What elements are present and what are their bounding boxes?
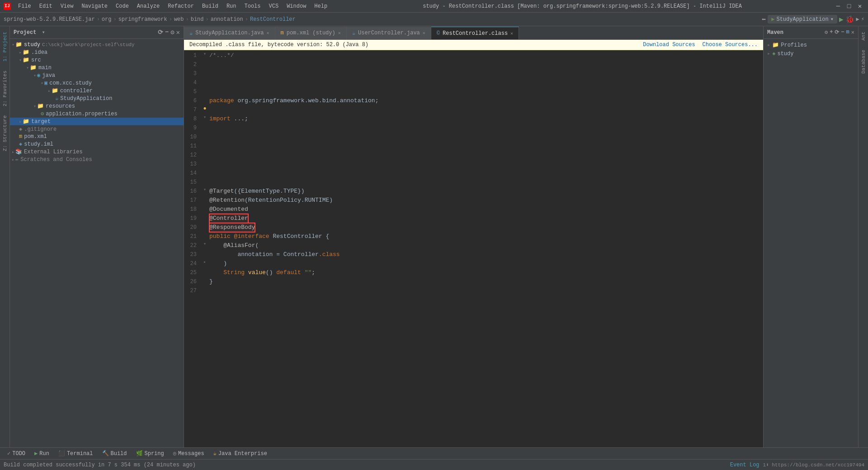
maximize-button[interactable]: □ — [844, 3, 854, 10]
tree-item-appprops[interactable]: ⚙ application.properties — [10, 110, 184, 118]
tree-item-main[interactable]: ▾ 📁 main — [10, 64, 184, 71]
maven-profiles-item[interactable]: ▸ 📁 Profiles — [764, 41, 858, 49]
breadcrumb-bind[interactable]: bind — [191, 16, 204, 23]
breadcrumb-web[interactable]: web — [174, 16, 184, 23]
menu-file[interactable]: File — [14, 2, 35, 10]
code-line-22: 22 ▾ @AliasFor( — [184, 241, 763, 250]
toolbar-run[interactable]: ▶ Run — [31, 449, 53, 458]
project-tab[interactable]: 1: Project — [1, 28, 9, 65]
tab-pomxml[interactable]: m pom.xml (study) ✕ — [275, 27, 347, 39]
tree-item-scratches[interactable]: ▸ ✏ Scratches and Consoles — [10, 156, 184, 163]
coverage-button[interactable]: ▶ — [856, 16, 859, 23]
maven-hide-icon[interactable]: ✕ — [851, 29, 854, 36]
sidebar-dropdown-icon[interactable]: ▾ — [42, 29, 45, 36]
settings-icon[interactable]: ⚙ — [170, 28, 174, 36]
breadcrumb-jar[interactable]: spring-web-5.2.9.RELEASE.jar — [4, 16, 95, 23]
toolbar-build[interactable]: 🔨 Build — [99, 449, 131, 458]
tab-usercontroller[interactable]: ☕ UserController.java ✕ — [347, 27, 431, 39]
tree-item-target[interactable]: ▸ 📁 target — [10, 118, 184, 125]
tree-item-resources[interactable]: ▾ 📁 resources — [10, 102, 184, 110]
maven-m-icon[interactable]: m — [846, 29, 849, 36]
menu-run[interactable]: Run — [223, 2, 240, 10]
toolbar-messages[interactable]: ◎ Messages — [170, 449, 208, 458]
hide-icon[interactable]: ✕ — [176, 28, 180, 36]
maven-title: Maven — [767, 29, 783, 36]
maven-study-item[interactable]: ▸ ◈ study — [764, 49, 858, 58]
debug-button[interactable]: 🐞 — [845, 15, 854, 24]
code-line-24: 24 ▸ ) — [184, 259, 763, 268]
toolbar-terminal[interactable]: ⬛ Terminal — [55, 449, 97, 458]
tab-close-button[interactable]: ✕ — [338, 30, 341, 36]
menu-refactor[interactable]: Refactor — [164, 2, 198, 10]
toolbar-todo[interactable]: ✓ TODO — [4, 449, 29, 458]
maven-refresh-icon[interactable]: ⟳ — [835, 29, 839, 36]
menu-analyze[interactable]: Analyze — [133, 2, 163, 10]
tab-restcontroller[interactable]: © RestController.class ✕ — [431, 27, 519, 39]
menu-view[interactable]: View — [57, 2, 77, 10]
maven-collapse-icon[interactable]: − — [841, 29, 844, 36]
code-line-1: 1 ▾ /*...*/ — [184, 51, 763, 60]
download-sources-link[interactable]: Download Sources — [643, 42, 695, 48]
maven-add-icon[interactable]: + — [830, 29, 833, 36]
run-config[interactable]: ▶ StudyApplication ▾ — [768, 15, 837, 24]
tree-item-java[interactable]: ▾ ◉ java — [10, 71, 184, 79]
menu-tools[interactable]: Tools — [241, 2, 264, 10]
run-config-dropdown-icon[interactable]: ▾ — [830, 16, 834, 23]
favorites-tab[interactable]: 2: Favorites — [1, 67, 9, 110]
notice-links: Download Sources Choose Sources... — [643, 42, 758, 48]
code-line-14: 14 — [184, 169, 763, 178]
tree-item-package[interactable]: ▾ ▣ com.xcc.study — [10, 79, 184, 87]
profile-button[interactable]: ⚡ — [861, 16, 864, 23]
menu-vcs[interactable]: VCS — [265, 2, 283, 10]
menu-code[interactable]: Code — [112, 2, 132, 10]
javaenterprise-icon: ☕ — [213, 450, 217, 457]
tree-item-controller[interactable]: ▸ 📁 controller — [10, 87, 184, 95]
choose-sources-link[interactable]: Choose Sources... — [703, 42, 758, 48]
code-line-2: 2 — [184, 60, 763, 69]
breadcrumb-org[interactable]: org — [102, 16, 112, 23]
breadcrumb-annotation[interactable]: annotation — [211, 16, 243, 23]
tree-item-studyapp[interactable]: ☕ StudyApplication — [10, 95, 184, 102]
tab-close-button[interactable]: ✕ — [510, 31, 513, 36]
run-button[interactable]: ▶ — [839, 15, 844, 24]
tree-item-studiml[interactable]: ◈ study.iml — [10, 140, 184, 148]
code-editor[interactable]: 1 ▾ /*...*/ 2 3 — [184, 50, 763, 447]
toolbar-spring[interactable]: 🌿 Spring — [132, 449, 168, 458]
tab-close-button[interactable]: ✕ — [266, 30, 269, 36]
tree-item-gitignore[interactable]: ◈ .gitignore — [10, 125, 184, 133]
sidebar-title: Project — [14, 29, 36, 36]
collapse-icon[interactable]: − — [165, 28, 169, 36]
extlibs-icon: 📚 — [15, 148, 22, 155]
toolbar-javaenterprise[interactable]: ☕ Java Enterprise — [210, 449, 271, 458]
structure-tab[interactable]: Z: Structure — [1, 112, 9, 155]
tree-label: .idea — [31, 49, 47, 56]
menu-navigate[interactable]: Navigate — [78, 2, 111, 10]
breadcrumb-class[interactable]: RestController — [250, 16, 296, 23]
database-tab[interactable]: Database — [860, 46, 867, 77]
sync-icon[interactable]: ⟳ — [158, 28, 163, 36]
minimize-button[interactable]: ─ — [834, 3, 843, 10]
event-log[interactable]: Event Log — [730, 462, 760, 468]
tree-item-src[interactable]: ▾ 📁 src — [10, 56, 184, 64]
tab-studyapp[interactable]: ☕ StudyApplication.java ✕ — [184, 27, 275, 39]
java-icon: ☕ — [55, 95, 58, 102]
tab-close-button[interactable]: ✕ — [423, 30, 425, 36]
gutter-1[interactable]: ▾ — [200, 51, 209, 57]
folder-icon: 📁 — [52, 87, 58, 94]
java-src-icon: ◉ — [37, 72, 40, 79]
menu-edit[interactable]: Edit — [36, 2, 56, 10]
breadcrumb-springframework[interactable]: springframework — [118, 16, 167, 23]
close-button[interactable]: ✕ — [855, 3, 864, 10]
ant-tab[interactable]: Ant — [860, 28, 867, 44]
maven-settings-icon[interactable]: ⚙ — [825, 29, 828, 36]
build-status: Build completed successfully in 7 s 354 … — [4, 462, 196, 468]
back-icon[interactable]: ⬅ — [762, 15, 766, 24]
menu-help[interactable]: Help — [311, 2, 331, 10]
tree-item-idea[interactable]: ▸ 📁 .idea — [10, 48, 184, 56]
menu-build[interactable]: Build — [198, 2, 222, 10]
tree-item-extlibs[interactable]: ▸ 📚 External Libraries — [10, 148, 184, 156]
tree-item-study[interactable]: ▾ 📁 study C:\sckj\work\project-self\stud… — [10, 41, 184, 48]
tree-item-pomxml[interactable]: m pom.xml — [10, 133, 184, 140]
menu-window[interactable]: Window — [283, 2, 310, 10]
left-edge: 1: Project 2: Favorites Z: Structure — [0, 26, 10, 447]
